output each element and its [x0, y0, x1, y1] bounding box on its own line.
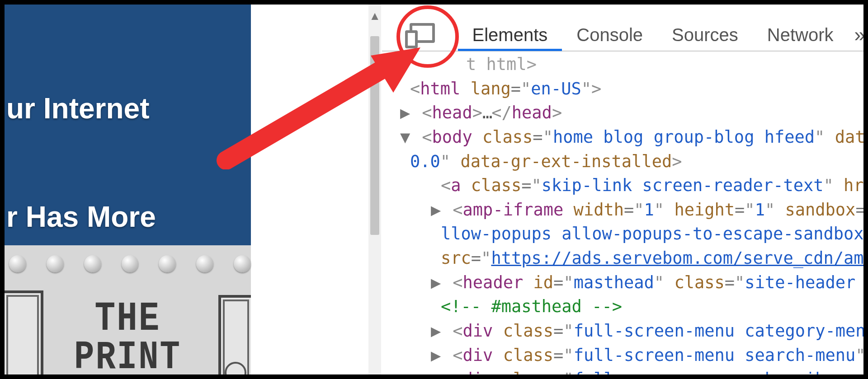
decorative-rivets [5, 255, 251, 272]
expand-toggle-icon[interactable]: ▶ [400, 101, 412, 125]
headline-line: ur Internet [6, 90, 251, 126]
doctype-fragment: t html [466, 55, 527, 74]
headline-line: r Has More [6, 199, 251, 235]
rivet-icon [9, 255, 26, 272]
article-hero: ur Internet r Has More han It's g You d … [5, 5, 251, 245]
banner-logo-line: PRINT [5, 335, 251, 379]
rivet-icon [84, 255, 101, 272]
html-tag: html [420, 79, 460, 98]
expand-toggle-icon[interactable]: ▼ [400, 125, 412, 150]
page-banner: THE PRINT [5, 245, 251, 379]
body-class: home blog group-blog hfeed [553, 127, 815, 147]
devtools-panel: Elements Console Sources Network » t htm… [382, 5, 863, 374]
rivet-icon [234, 255, 251, 272]
tab-elements[interactable]: Elements [458, 19, 562, 51]
tabs-overflow-icon[interactable]: » [854, 23, 863, 46]
rivet-icon [122, 255, 139, 272]
body-extra-attr2: data-gr-ext-installed [460, 152, 672, 171]
screenshot-frame: ur Internet r Has More han It's g You d … [0, 0, 868, 379]
preview-scrollbar[interactable]: ▲ [368, 5, 381, 374]
expand-toggle-icon[interactable]: ▶ [431, 198, 443, 222]
expand-toggle-icon[interactable]: ▶ [431, 319, 443, 343]
expand-toggle-icon[interactable]: ▶ [431, 343, 443, 368]
expand-toggle-icon[interactable]: ▶ [431, 271, 443, 295]
scroll-thumb[interactable] [370, 36, 379, 235]
body-extra-attr: data-new-gr-c-s [835, 127, 863, 147]
body-version: 0.0 [410, 152, 440, 171]
annotation-circle [396, 5, 459, 68]
expand-toggle-icon[interactable]: ▶ [431, 367, 443, 374]
html-lang-value: en-US [531, 79, 581, 98]
amp-src-link[interactable]: https://ads.servebom.com/serve_cdn/amp/a… [491, 248, 863, 268]
scroll-up-icon[interactable]: ▲ [368, 9, 381, 23]
rivet-icon [159, 255, 176, 272]
tab-sources[interactable]: Sources [657, 19, 753, 51]
body-tag: body [432, 127, 472, 147]
elements-source-tree[interactable]: t html> <html lang="en-US"> ▶ <head>…</h… [382, 52, 863, 374]
banner-logo: THE PRINT [5, 299, 251, 376]
page-preview-pane: ur Internet r Has More han It's g You d … [5, 5, 251, 374]
tab-network[interactable]: Network [753, 19, 848, 51]
rivet-icon [47, 255, 64, 272]
rivet-icon [196, 255, 213, 272]
tab-console[interactable]: Console [562, 19, 657, 51]
masthead-comment: !-- #masthead -- [451, 297, 612, 316]
